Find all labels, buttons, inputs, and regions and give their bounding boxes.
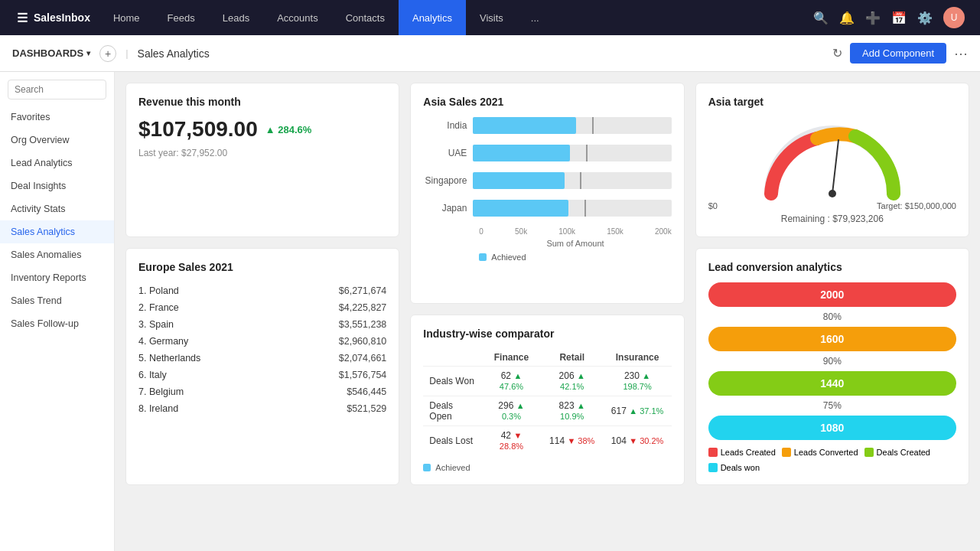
more-options-icon[interactable]: ⋯ [954, 45, 968, 62]
brand-name: SalesInbox [34, 11, 90, 24]
europe-sales-table: 1. Poland$6,271,674 2. France$4,225,827 … [138, 282, 386, 417]
brand[interactable]: ☰ SalesInbox [8, 11, 99, 25]
asia-sales-chart: India UAE Singapore [423, 117, 671, 269]
bar-fill-singapore [473, 172, 564, 189]
table-row: 8. Ireland$521,529 [138, 400, 386, 417]
revenue-title: Revenue this month [138, 96, 386, 108]
sidebar-item-inventory-reports[interactable]: Inventory Reports [0, 266, 114, 289]
dashboards-button[interactable]: DASHBOARDS ▾ [12, 47, 90, 59]
bar-line-uae [586, 145, 588, 161]
nav-more[interactable]: ... [517, 0, 553, 35]
nav-contacts[interactable]: Contacts [332, 0, 399, 35]
sidebar-item-sales-analytics[interactable]: Sales Analytics [0, 220, 114, 243]
nav-analytics[interactable]: Analytics [399, 0, 466, 35]
add-component-button[interactable]: Add Component [850, 43, 946, 64]
separator: | [125, 47, 128, 59]
legend-deals-created-dot [864, 448, 874, 457]
bar-fill-japan [473, 200, 568, 217]
legend-leads-created: Leads Created [708, 448, 776, 457]
bar-label-uae: UAE [423, 148, 473, 158]
lead-conversion-legend: Leads Created Leads Converted Deals Crea… [708, 448, 956, 472]
lc-pct-1: 80% [708, 311, 956, 322]
table-row: 5. Netherlands$2,074,661 [138, 350, 386, 367]
menu-icon[interactable]: ☰ [17, 11, 28, 25]
calendar-icon[interactable]: 📅 [891, 11, 907, 25]
nav-feeds[interactable]: Feeds [154, 0, 209, 35]
gauge-remaining: Remaining : $79,923,206 [781, 214, 884, 224]
legend-leads-created-dot [708, 448, 718, 457]
nav-accounts[interactable]: Accounts [263, 0, 331, 35]
nav-visits[interactable]: Visits [466, 0, 517, 35]
asia-target-card: Asia target $0 Target: $1 [695, 83, 969, 237]
lc-bar-row-3: 1440 [708, 371, 956, 397]
bar-line-japan [584, 200, 586, 217]
subheader: DASHBOARDS ▾ + | Sales Analytics ↻ Add C… [0, 35, 980, 72]
lc-bar-2: 1600 [708, 327, 956, 351]
avatar[interactable]: U [943, 7, 965, 28]
bar-track-japan [473, 200, 671, 217]
asia-sales-title: Asia Sales 2021 [423, 96, 671, 108]
add-icon[interactable]: ➕ [865, 11, 881, 25]
sidebar-item-deal-insights[interactable]: Deal Insights [0, 174, 114, 197]
bar-row-india: India [423, 117, 671, 134]
bar-fill-india [473, 117, 576, 134]
lc-bar-1: 2000 [708, 282, 956, 307]
lc-bar-row-4: 1080 [708, 416, 956, 442]
legend-leads-converted-label: Leads Converted [794, 448, 858, 457]
legend-deals-won-dot [708, 463, 718, 472]
search-input[interactable] [8, 80, 106, 99]
lc-pct-2: 90% [708, 356, 956, 367]
nav-leads[interactable]: Leads [209, 0, 263, 35]
sidebar-item-sales-anomalies[interactable]: Sales Anomalies [0, 243, 114, 266]
industry-comparator-card: Industry-wise comparator Finance Retail … [410, 315, 684, 485]
chart-legend: Achieved [423, 253, 671, 262]
refresh-icon[interactable]: ↻ [832, 46, 842, 60]
lc-bar-row-2: 1600 [708, 327, 956, 353]
bar-row-japan: Japan [423, 200, 671, 217]
notification-icon[interactable]: 🔔 [839, 11, 855, 25]
settings-icon[interactable]: ⚙️ [917, 11, 933, 25]
search-icon[interactable]: 🔍 [813, 11, 829, 25]
bar-label-japan: Japan [423, 203, 473, 214]
legend-achieved-label: Achieved [491, 253, 526, 262]
bar-line-india [592, 117, 594, 134]
gauge-labels: $0 Target: $150,000,000 [708, 201, 956, 210]
industry-comparator-title: Industry-wise comparator [423, 328, 671, 340]
legend-leads-created-label: Leads Created [721, 448, 776, 457]
table-row-deals-lost: Deals Lost 42 ▼ 28.8% 114 ▼ 38% 104 ▼ 30… [423, 426, 671, 456]
asia-target-title: Asia target [708, 96, 956, 108]
main-layout: Favorites Org Overview Lead Analytics De… [0, 72, 980, 551]
sidebar-item-sales-followup[interactable]: Sales Follow-up [0, 312, 114, 335]
revenue-last-year: Last year: $27,952.00 [138, 148, 386, 158]
table-row: 3. Spain$3,551,238 [138, 316, 386, 333]
sidebar-item-activity-stats[interactable]: Activity Stats [0, 197, 114, 220]
table-row: 4. Germany$2,960,810 [138, 333, 386, 350]
table-header-row: Finance Retail Insurance [423, 349, 671, 367]
lead-conversion-title: Lead conversion analytics [708, 261, 956, 273]
bar-fill-uae [473, 145, 570, 161]
bar-row-singapore: Singapore [423, 172, 671, 189]
nav-items: Home Feeds Leads Accounts Contacts Analy… [99, 0, 806, 35]
table-row-deals-open: Deals Open 296 ▲ 0.3% 823 ▲ 10.9% 617 ▲ … [423, 396, 671, 426]
nav-home[interactable]: Home [99, 0, 154, 35]
sidebar-item-sales-trend[interactable]: Sales Trend [0, 289, 114, 312]
chevron-down-icon: ▾ [86, 49, 90, 57]
sidebar-item-org-overview[interactable]: Org Overview [0, 129, 114, 152]
gauge-container: $0 Target: $150,000,000 Remaining : $79,… [708, 117, 956, 224]
bar-label-singapore: Singapore [423, 175, 473, 186]
bar-track-india [473, 117, 671, 134]
table-row: 6. Italy$1,576,754 [138, 367, 386, 383]
table-row: 7. Belgium$546,445 [138, 383, 386, 400]
dashboards-label: DASHBOARDS [12, 47, 83, 59]
sidebar-item-favorites[interactable]: Favorites [0, 106, 114, 129]
gauge-target-label: Target: $150,000,000 [877, 201, 956, 210]
sidebar-item-lead-analytics[interactable]: Lead Analytics [0, 152, 114, 174]
revenue-amount: $107,509.00 [138, 117, 258, 142]
svg-line-0 [832, 140, 838, 194]
sidebar: Favorites Org Overview Lead Analytics De… [0, 72, 115, 551]
subheader-actions: ↻ Add Component ⋯ [832, 43, 968, 64]
legend-deals-won: Deals won [708, 463, 760, 472]
svg-point-1 [829, 190, 836, 197]
table-row: 2. France$4,225,827 [138, 299, 386, 316]
add-dashboard-button[interactable]: + [99, 45, 116, 62]
